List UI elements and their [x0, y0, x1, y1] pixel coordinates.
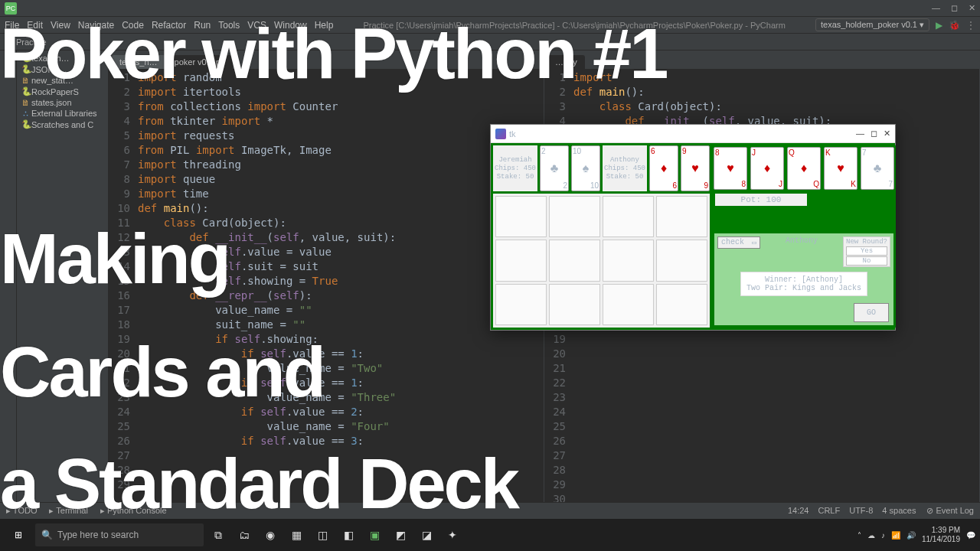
- tk-board: 8♥8J♦JQ♦QK♥K7♣7: [712, 145, 896, 191]
- app-icon[interactable]: ◫: [311, 523, 334, 546]
- pycharm-logo-icon: PC: [5, 2, 17, 15]
- status-item[interactable]: 14:24: [788, 506, 809, 516]
- no-button[interactable]: No: [846, 256, 887, 266]
- search-placeholder: Type here to search: [57, 530, 139, 540]
- status-item[interactable]: 4 spaces: [882, 506, 916, 516]
- notifications-icon[interactable]: 💬: [966, 531, 975, 540]
- run-icon[interactable]: ▶: [936, 20, 942, 31]
- check-dropdown[interactable]: check▭: [717, 236, 760, 249]
- new-round-box: New Round? Yes No: [843, 236, 890, 267]
- close-icon[interactable]: ✕: [969, 3, 975, 13]
- grid-cell: [495, 196, 547, 237]
- app-icon[interactable]: ▦: [285, 523, 308, 546]
- start-button[interactable]: ⊞: [5, 523, 32, 546]
- tk-title: tk: [509, 129, 516, 139]
- minimize-icon[interactable]: —: [932, 3, 940, 13]
- board-card: 8♥8: [714, 147, 747, 190]
- status-item[interactable]: UTF-8: [849, 506, 873, 516]
- app-icon[interactable]: ✦: [441, 523, 464, 546]
- overlay-title-3: Cards and: [0, 332, 324, 412]
- yes-button[interactable]: Yes: [846, 246, 887, 256]
- board-card: K♥K: [824, 147, 858, 190]
- tk-titlebar[interactable]: tk — ◻ ✕: [491, 125, 895, 143]
- status-item[interactable]: CRLF: [818, 506, 840, 516]
- go-button[interactable]: GO: [854, 303, 889, 322]
- grid-cell: [656, 284, 707, 325]
- grid-cell: [603, 284, 654, 325]
- wifi-icon[interactable]: 📶: [891, 531, 900, 540]
- maximize-icon[interactable]: ◻: [951, 3, 958, 13]
- tray-icon[interactable]: ☁: [867, 531, 875, 540]
- tray-icon[interactable]: ˄: [858, 531, 861, 540]
- project-node[interactable]: ⛬External Libraries: [17, 108, 108, 119]
- project-node[interactable]: 🐍Scratches and C: [17, 119, 108, 130]
- debug-icon[interactable]: 🐞: [949, 20, 960, 31]
- board-card: 7♣7: [861, 147, 894, 190]
- tray-icon[interactable]: ♪: [881, 531, 885, 540]
- tk-results-panel: check▭ Anthony New Round? Yes No Winner:…: [714, 233, 893, 325]
- app-icon[interactable]: ◪: [415, 523, 438, 546]
- taskview-icon[interactable]: ⧉: [207, 523, 230, 546]
- player-info: AnthonyChips: 450Stake: 50: [603, 145, 647, 191]
- volume-icon[interactable]: 🔊: [906, 531, 916, 540]
- grid-cell: [656, 196, 707, 237]
- tk-window[interactable]: tk — ◻ ✕ JeremiahChips: 450Stake: 502♣21…: [490, 124, 896, 331]
- pycharm-taskbar-icon[interactable]: ▣: [363, 523, 386, 546]
- player-card: 9♥9: [681, 145, 710, 191]
- grid-cell: [603, 240, 654, 281]
- tk-empty-grid: [493, 194, 710, 328]
- player-info: JeremiahChips: 450Stake: 50: [493, 145, 537, 191]
- tk-pot-label: Pot: 100: [715, 194, 807, 206]
- grid-cell: [495, 284, 547, 325]
- overlay-title-1: Poker with Python #1: [0, 14, 666, 94]
- tk-minimize-icon[interactable]: —: [856, 129, 864, 139]
- system-tray[interactable]: ˄ ☁ ♪ 📶 🔊 1:39 PM 11/14/2019 💬: [858, 526, 975, 544]
- player-card: 6♦6: [649, 145, 678, 191]
- chrome-icon[interactable]: ◉: [259, 523, 282, 546]
- event-log[interactable]: ⊘ Event Log: [926, 506, 974, 516]
- winner-box: Winner: [Anthony] Two Pair: Kings and Ja…: [740, 272, 867, 296]
- grid-cell: [656, 240, 707, 281]
- player-card: 2♣2: [540, 145, 569, 191]
- tk-maximize-icon[interactable]: ◻: [871, 129, 877, 139]
- grid-cell: [549, 284, 600, 325]
- player-card: 10♠10: [571, 145, 600, 191]
- grid-cell: [549, 196, 600, 237]
- tk-close-icon[interactable]: ✕: [884, 129, 890, 139]
- explorer-icon[interactable]: 🗂: [233, 523, 256, 546]
- taskbar-clock[interactable]: 1:39 PM 11/14/2019: [922, 526, 960, 544]
- results-title: Anthony: [760, 236, 843, 245]
- grid-cell: [603, 196, 654, 237]
- overlay-title-2: Making: [0, 219, 229, 299]
- project-node[interactable]: 🗎states.json: [17, 97, 108, 108]
- grid-cell: [549, 240, 600, 281]
- run-config-dropdown[interactable]: texas_holdem_poker v0.1 ▾: [815, 18, 929, 31]
- board-card: J♦J: [750, 147, 784, 190]
- board-card: Q♦Q: [787, 147, 821, 190]
- taskbar-search[interactable]: 🔍 Type here to search: [35, 523, 204, 546]
- search-icon: 🔍: [41, 530, 53, 540]
- tk-feather-icon: [495, 129, 506, 139]
- more-icon[interactable]: ⋮: [966, 20, 975, 31]
- app-icon[interactable]: ◩: [389, 523, 412, 546]
- overlay-title-4: a Standard Deck: [0, 444, 518, 524]
- app-icon[interactable]: ◧: [337, 523, 360, 546]
- grid-cell: [495, 240, 547, 281]
